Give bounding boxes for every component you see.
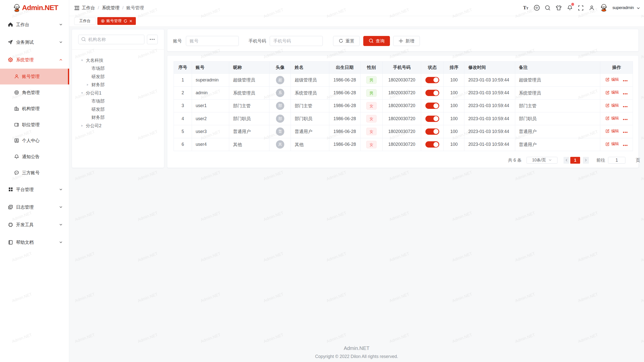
svg-text:中: 中 [535,6,539,10]
